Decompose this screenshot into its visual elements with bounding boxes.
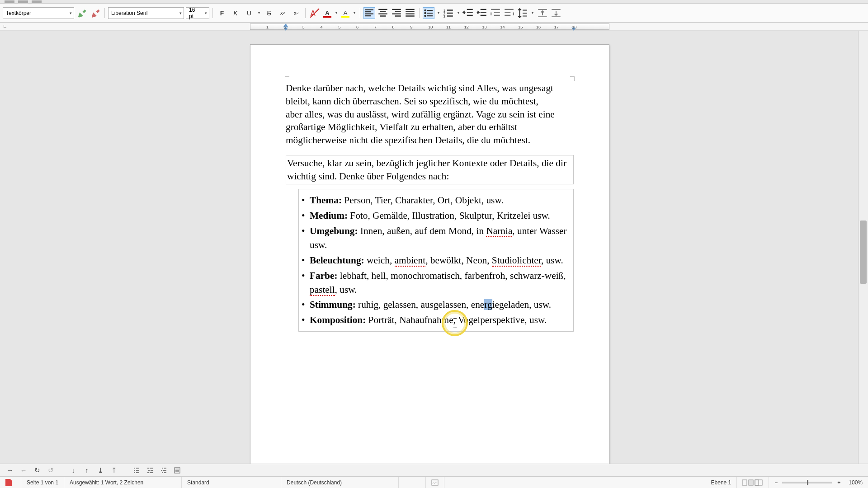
horizontal-ruler[interactable]: 123456789101112131415161718 bbox=[250, 23, 609, 30]
align-center-button[interactable] bbox=[377, 7, 389, 19]
clear-formatting-button[interactable]: A bbox=[309, 7, 321, 19]
ruler-number: 15 bbox=[518, 25, 523, 29]
formatting-toolbar: Textkörper Liberation Serif 16 pt F K U … bbox=[0, 4, 868, 23]
zoom-in-button[interactable]: + bbox=[835, 477, 843, 488]
outdent-button[interactable] bbox=[462, 7, 474, 19]
zoom-percent[interactable]: 100% bbox=[843, 477, 868, 488]
ruler-corner-icon: ∟ bbox=[3, 23, 7, 28]
nav-down-end-button[interactable]: ⤓ bbox=[95, 465, 106, 475]
nav-list4-button[interactable] bbox=[172, 465, 183, 475]
ruler-number: 6 bbox=[356, 25, 359, 29]
status-page[interactable]: Seite 1 von 1 bbox=[21, 477, 64, 488]
list-item: Farbe: lebhaft, hell, monochromatisch, f… bbox=[300, 269, 569, 297]
list-item: Medium: Foto, Gemälde, Illustration, Sku… bbox=[300, 209, 569, 223]
ruler-number: 3 bbox=[302, 25, 305, 29]
update-style-button[interactable] bbox=[76, 7, 88, 19]
new-style-button[interactable] bbox=[90, 7, 101, 19]
zoom-out-button[interactable]: − bbox=[769, 477, 779, 488]
nav-back-button[interactable]: ← bbox=[18, 465, 29, 475]
nav-forward-alt-button[interactable]: ↻ bbox=[32, 465, 42, 475]
view-mode-icons bbox=[742, 479, 763, 486]
svg-point-3 bbox=[424, 12, 426, 14]
font-name-combo[interactable]: Liberation Serif bbox=[108, 7, 184, 19]
ruler-number: 10 bbox=[428, 25, 433, 29]
highlight-color-dropdown[interactable]: ▾ bbox=[352, 7, 357, 19]
list-item: Stimmung: ruhig, gelassen, ausgelassen, … bbox=[300, 298, 569, 312]
paragraph-1[interactable]: Denke darüber nach, welche Details wicht… bbox=[286, 82, 557, 147]
para-spacing-dec-button[interactable] bbox=[550, 7, 562, 19]
paragraph-2[interactable]: Versuche, klar zu sein, bezüglich jeglic… bbox=[286, 155, 574, 185]
zoom-slider-knob[interactable] bbox=[807, 480, 808, 485]
svg-point-4 bbox=[424, 14, 426, 17]
ruler-number: 18 bbox=[572, 25, 577, 29]
status-insert-mode[interactable] bbox=[399, 477, 426, 488]
list-item: Umgebung: Innen, außen, auf dem Mond, in… bbox=[300, 224, 569, 252]
margin-mark-tl bbox=[285, 76, 289, 81]
status-selection[interactable]: Ausgewählt: 1 Wort, 2 Zeichen bbox=[64, 477, 182, 488]
nav-list1-button[interactable] bbox=[131, 465, 142, 475]
strikethrough-button[interactable]: S bbox=[263, 7, 275, 19]
ruler-number: 13 bbox=[482, 25, 487, 29]
para-spacing-inc-button[interactable] bbox=[537, 7, 548, 19]
toolbar-row-1 bbox=[0, 0, 868, 4]
paragraph-style-combo[interactable]: Textkörper bbox=[3, 7, 74, 19]
document-icon bbox=[5, 479, 12, 486]
ruler-number: 2 bbox=[284, 25, 287, 29]
nav-down-button[interactable]: ↓ bbox=[68, 465, 79, 475]
nav-list2-button[interactable] bbox=[145, 465, 156, 475]
list-item: Komposition: Porträt, Nahaufnahme, Vogel… bbox=[300, 313, 569, 327]
nav-forward-button[interactable]: → bbox=[5, 465, 15, 475]
underline-button[interactable]: U bbox=[243, 7, 255, 19]
status-view-mode[interactable] bbox=[737, 477, 769, 488]
bullet-list-dropdown[interactable]: ▾ bbox=[436, 7, 441, 19]
align-right-button[interactable] bbox=[391, 7, 402, 19]
ruler-number: 17 bbox=[554, 25, 559, 29]
svg-rect-12 bbox=[749, 480, 753, 485]
ruler-number: 8 bbox=[392, 25, 395, 29]
vertical-scrollbar[interactable] bbox=[858, 31, 868, 464]
highlight-color-button[interactable]: A bbox=[340, 8, 350, 18]
bullet-list[interactable]: Thema: Person, Tier, Charakter, Ort, Obj… bbox=[298, 189, 574, 332]
number-list-button[interactable]: 123 bbox=[443, 7, 454, 19]
underline-dropdown[interactable]: ▾ bbox=[257, 7, 261, 19]
svg-rect-10 bbox=[742, 480, 747, 485]
ruler-number: 14 bbox=[500, 25, 505, 29]
ruler-number: 11 bbox=[446, 25, 451, 29]
status-doc-icon-cell bbox=[0, 477, 21, 488]
nav-up-start-button[interactable]: ⤒ bbox=[108, 465, 119, 475]
svg-rect-14 bbox=[755, 480, 759, 485]
status-signature[interactable] bbox=[426, 477, 444, 488]
page-1[interactable]: Denke darüber nach, welche Details wicht… bbox=[250, 44, 609, 464]
nav-list3-button[interactable] bbox=[158, 465, 169, 475]
italic-button[interactable]: K bbox=[230, 7, 241, 19]
list-item: Thema: Person, Tier, Charakter, Ort, Obj… bbox=[300, 193, 569, 207]
increase-indent-button[interactable] bbox=[503, 7, 515, 19]
document-scroll-area[interactable]: Denke darüber nach, welche Details wicht… bbox=[0, 31, 858, 464]
number-list-dropdown[interactable]: ▾ bbox=[456, 7, 461, 19]
bullet-list-button[interactable] bbox=[423, 7, 434, 19]
decrease-indent-button[interactable] bbox=[490, 7, 501, 19]
svg-rect-9 bbox=[432, 480, 438, 485]
align-justify-button[interactable] bbox=[404, 7, 416, 19]
subscript-button[interactable]: x2 bbox=[290, 7, 302, 19]
indent-button[interactable] bbox=[476, 7, 488, 19]
zoom-slider[interactable] bbox=[782, 482, 832, 483]
align-left-button[interactable] bbox=[363, 7, 375, 19]
list-item: Beleuchtung: weich, ambient, bewölkt, Ne… bbox=[300, 253, 569, 267]
svg-text:3: 3 bbox=[443, 14, 446, 18]
status-page-style[interactable]: Standard bbox=[182, 477, 281, 488]
line-spacing-button[interactable] bbox=[517, 7, 528, 19]
bold-button[interactable]: F bbox=[216, 7, 228, 19]
superscript-button[interactable]: x2 bbox=[277, 7, 288, 19]
scrollbar-thumb[interactable] bbox=[860, 221, 867, 284]
font-size-combo[interactable]: 16 pt bbox=[186, 7, 209, 19]
ruler-number: 12 bbox=[464, 25, 469, 29]
nav-up-button[interactable]: ↑ bbox=[81, 465, 92, 475]
status-language[interactable]: Deutsch (Deutschland) bbox=[281, 477, 399, 488]
nav-back-alt-button[interactable]: ↺ bbox=[45, 465, 56, 475]
line-spacing-dropdown[interactable]: ▾ bbox=[530, 7, 535, 19]
font-color-button[interactable]: A bbox=[322, 8, 332, 18]
font-color-dropdown[interactable]: ▾ bbox=[334, 7, 339, 19]
status-outline-level[interactable]: Ebene 1 bbox=[706, 477, 737, 488]
document-content[interactable]: Denke darüber nach, welche Details wicht… bbox=[286, 82, 574, 332]
